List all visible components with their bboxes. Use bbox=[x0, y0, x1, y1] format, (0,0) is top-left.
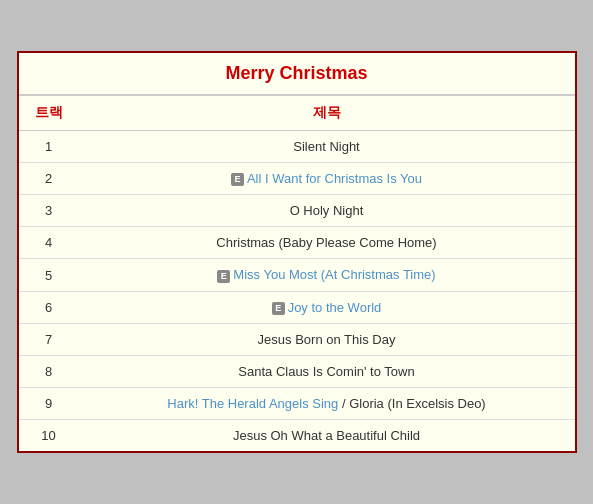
track-number: 7 bbox=[19, 323, 79, 355]
track-title: Jesus Born on This Day bbox=[79, 323, 575, 355]
table-row: 10Jesus Oh What a Beautiful Child bbox=[19, 419, 575, 451]
tracklist-table: 트랙 제목 1Silent Night2EAll I Want for Chri… bbox=[19, 95, 575, 450]
track-title: Silent Night bbox=[79, 131, 575, 163]
track-title-link[interactable]: Miss You Most (At Christmas Time) bbox=[233, 267, 435, 282]
table-row: 2EAll I Want for Christmas Is You bbox=[19, 163, 575, 195]
explicit-icon: E bbox=[272, 302, 285, 315]
track-title-link[interactable]: All I Want for Christmas Is You bbox=[247, 171, 422, 186]
track-title: EMiss You Most (At Christmas Time) bbox=[79, 259, 575, 291]
table-row: 4Christmas (Baby Please Come Home) bbox=[19, 227, 575, 259]
title-column-header: 제목 bbox=[79, 96, 575, 131]
track-number: 1 bbox=[19, 131, 79, 163]
track-number: 8 bbox=[19, 355, 79, 387]
track-number: 2 bbox=[19, 163, 79, 195]
track-title: EJoy to the World bbox=[79, 291, 575, 323]
music-table-container: Merry Christmas 트랙 제목 1Silent Night2EAll… bbox=[17, 51, 577, 452]
track-title: O Holy Night bbox=[79, 195, 575, 227]
track-number: 9 bbox=[19, 387, 79, 419]
track-title-rest: / Gloria (In Excelsis Deo) bbox=[338, 396, 485, 411]
track-title: EAll I Want for Christmas Is You bbox=[79, 163, 575, 195]
table-title: Merry Christmas bbox=[19, 53, 575, 95]
track-title: Christmas (Baby Please Come Home) bbox=[79, 227, 575, 259]
track-number: 3 bbox=[19, 195, 79, 227]
table-row: 1Silent Night bbox=[19, 131, 575, 163]
track-number: 4 bbox=[19, 227, 79, 259]
track-title-link[interactable]: Joy to the World bbox=[288, 300, 382, 315]
track-column-header: 트랙 bbox=[19, 96, 79, 131]
table-row: 9Hark! The Herald Angels Sing / Gloria (… bbox=[19, 387, 575, 419]
track-number: 10 bbox=[19, 419, 79, 451]
track-title: Jesus Oh What a Beautiful Child bbox=[79, 419, 575, 451]
track-title: Santa Claus Is Comin' to Town bbox=[79, 355, 575, 387]
table-row: 6EJoy to the World bbox=[19, 291, 575, 323]
explicit-icon: E bbox=[217, 270, 230, 283]
table-row: 7Jesus Born on This Day bbox=[19, 323, 575, 355]
track-number: 6 bbox=[19, 291, 79, 323]
table-row: 5EMiss You Most (At Christmas Time) bbox=[19, 259, 575, 291]
table-row: 3O Holy Night bbox=[19, 195, 575, 227]
track-number: 5 bbox=[19, 259, 79, 291]
table-row: 8Santa Claus Is Comin' to Town bbox=[19, 355, 575, 387]
track-title-link[interactable]: Hark! The Herald Angels Sing bbox=[167, 396, 338, 411]
track-title: Hark! The Herald Angels Sing / Gloria (I… bbox=[79, 387, 575, 419]
explicit-icon: E bbox=[231, 173, 244, 186]
